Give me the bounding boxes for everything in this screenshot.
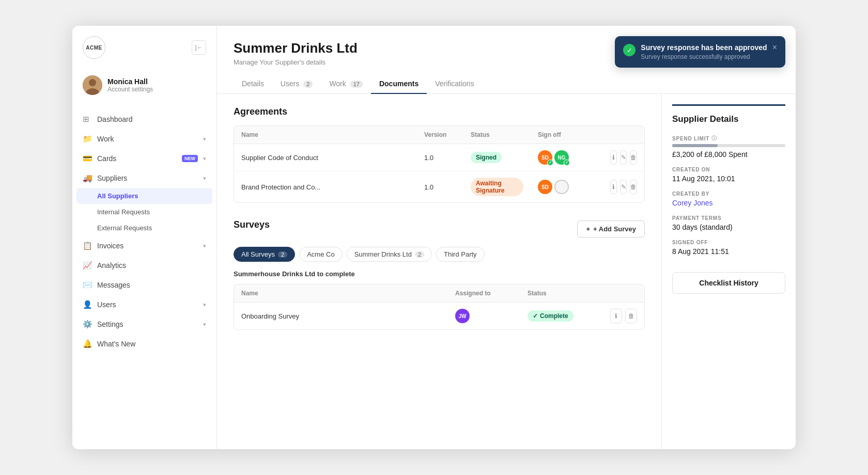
messages-icon: ✉️ bbox=[83, 280, 92, 290]
survey-col-assigned: Assigned to bbox=[448, 284, 520, 302]
created-by-value[interactable]: Corey Jones bbox=[672, 199, 785, 207]
filter-tab-acme-co[interactable]: Acme Co bbox=[299, 247, 342, 262]
sidebar-item-work[interactable]: 📁 Work ▾ bbox=[72, 129, 216, 149]
sidebar-item-cards[interactable]: 💳 Cards NEW ▾ bbox=[72, 149, 216, 168]
agreement-signoff: SD bbox=[531, 173, 603, 200]
toast-close-button[interactable]: × bbox=[772, 43, 777, 52]
content-body: Agreements Name Version Status Sign off … bbox=[217, 94, 796, 449]
dashboard-icon: ⊞ bbox=[83, 115, 92, 124]
info-button[interactable]: ℹ bbox=[610, 309, 622, 323]
user-account-settings: Account settings bbox=[107, 86, 153, 93]
edit-button[interactable]: ✎ bbox=[620, 150, 627, 165]
sidebar-item-label: What's New bbox=[97, 340, 206, 348]
check-icon: ✓ bbox=[564, 160, 570, 166]
surveys-subsection-title: Summerhouse Drinks Ltd to complete bbox=[234, 270, 645, 278]
info-button[interactable]: ℹ bbox=[610, 150, 617, 165]
sidebar-item-suppliers[interactable]: 🚚 Suppliers ▾ bbox=[72, 168, 216, 188]
chevron-down-icon: ▾ bbox=[203, 175, 206, 182]
table-actions: ℹ ✎ 🗑 bbox=[610, 180, 637, 194]
sidebar-item-analytics[interactable]: 📈 Analytics bbox=[72, 256, 216, 275]
tab-work[interactable]: Work 17 bbox=[321, 74, 371, 94]
created-by-label: CREATED BY bbox=[672, 191, 785, 197]
tab-verifications[interactable]: Verifications bbox=[427, 74, 482, 94]
check-icon: ✓ bbox=[547, 160, 553, 166]
survey-actions: ℹ 🗑 bbox=[603, 303, 644, 329]
new-badge: NEW bbox=[182, 155, 198, 162]
sidebar-item-label: Settings bbox=[97, 320, 198, 328]
tab-list: Details Users 2 Work 17 Documents Verifi… bbox=[234, 74, 779, 94]
info-button[interactable]: ℹ bbox=[610, 180, 617, 194]
sidebar-item-invoices[interactable]: 📋 Invoices ▾ bbox=[72, 236, 216, 256]
invoices-icon: 📋 bbox=[83, 241, 92, 250]
signed-off-row: SIGNED OFF 8 Aug 2021 11:51 bbox=[672, 240, 785, 256]
checklist-history-button[interactable]: Checklist History bbox=[672, 272, 785, 294]
sidebar-item-label: Dashboard bbox=[97, 115, 206, 123]
details-panel-header: Supplier Details bbox=[672, 104, 785, 124]
table-actions: ℹ 🗑 bbox=[610, 309, 637, 323]
sidebar-item-label: Invoices bbox=[97, 242, 198, 250]
status-badge: Awaiting Signature bbox=[471, 178, 523, 196]
filter-tab-summer-drinks[interactable]: Summer Drinks Ltd 2 bbox=[347, 247, 432, 262]
spend-limit-row: SPEND LIMIT ⓘ £3,200 of £8,000 Spent bbox=[672, 135, 785, 159]
survey-filter-tabs: All Surveys 2 Acme Co Summer Drinks Ltd … bbox=[234, 247, 645, 262]
collapse-btn[interactable]: |← bbox=[192, 40, 206, 55]
delete-button[interactable]: 🗑 bbox=[625, 309, 637, 323]
toast-success-icon: ✓ bbox=[623, 44, 636, 56]
payment-terms-row: PAYMENT TERMS 30 days (standard) bbox=[672, 215, 785, 231]
toast-content: Survey response has been approved Survey… bbox=[641, 43, 767, 60]
suppliers-icon: 🚚 bbox=[83, 173, 92, 183]
delete-button[interactable]: 🗑 bbox=[630, 180, 637, 194]
add-survey-button[interactable]: + + Add Survey bbox=[577, 220, 645, 237]
agreement-status: Awaiting Signature bbox=[463, 171, 531, 202]
agreement-name: Supplier Code of Conduct bbox=[234, 148, 417, 168]
created-on-label: CREATED ON bbox=[672, 167, 785, 172]
signoff-pending bbox=[554, 180, 569, 194]
tab-details[interactable]: Details bbox=[234, 74, 272, 94]
sidebar-item-messages[interactable]: ✉️ Messages bbox=[72, 275, 216, 295]
col-signoff: Sign off bbox=[531, 126, 603, 144]
filter-tab-all-surveys[interactable]: All Surveys 2 bbox=[234, 247, 295, 262]
sidebar-item-whats-new[interactable]: 🔔 What's New bbox=[72, 334, 216, 354]
table-row: Onboarding Survey JW ✓ Complete ℹ bbox=[234, 303, 644, 329]
sidebar-item-all-suppliers[interactable]: All Suppliers bbox=[76, 188, 212, 204]
toast-title: Survey response has been approved bbox=[641, 43, 767, 52]
work-tab-badge: 17 bbox=[350, 81, 363, 88]
analytics-icon: 📈 bbox=[83, 261, 92, 270]
created-on-value: 11 Aug 2021, 10:01 bbox=[672, 175, 785, 183]
agreement-version: 1.0 bbox=[417, 177, 463, 197]
survey-name: Onboarding Survey bbox=[234, 306, 448, 326]
sidebar-item-users[interactable]: 👤 Users ▾ bbox=[72, 295, 216, 314]
user-name: Monica Hall bbox=[107, 77, 153, 86]
filter-count: 2 bbox=[278, 251, 287, 258]
surveys-title: Surveys bbox=[234, 219, 270, 230]
signed-off-label: SIGNED OFF bbox=[672, 240, 785, 245]
sidebar-item-internal-requests[interactable]: Internal Requests bbox=[72, 204, 216, 220]
signoff-avatar-ng: NG ✓ bbox=[554, 150, 569, 165]
col-actions bbox=[603, 126, 644, 144]
signoff-area: SD ✓ NG ✓ bbox=[538, 150, 596, 165]
sidebar-item-settings[interactable]: ⚙️ Settings ▾ bbox=[72, 314, 216, 334]
sidebar-item-label: Users bbox=[97, 300, 198, 309]
sidebar-item-dashboard[interactable]: ⊞ Dashboard bbox=[72, 109, 216, 129]
sidebar-item-label: Suppliers bbox=[97, 174, 198, 182]
table-actions: ℹ ✎ 🗑 bbox=[610, 150, 637, 165]
edit-button[interactable]: ✎ bbox=[620, 180, 627, 194]
agreements-table-header: Name Version Status Sign off bbox=[234, 126, 644, 144]
user-section[interactable]: Monica Hall Account settings bbox=[72, 69, 216, 101]
whats-new-icon: 🔔 bbox=[83, 339, 92, 349]
survey-col-status: Status bbox=[520, 284, 603, 302]
survey-col-name: Name bbox=[234, 284, 448, 302]
status-badge: ✓ Complete bbox=[528, 310, 574, 322]
spend-bar-bg bbox=[672, 144, 785, 147]
survey-col-actions bbox=[603, 284, 644, 302]
main-content: Summer Drinks Ltd Manage Your Supplier's… bbox=[217, 26, 796, 449]
tab-users[interactable]: Users 2 bbox=[272, 74, 321, 94]
payment-terms-label: PAYMENT TERMS bbox=[672, 215, 785, 221]
cards-icon: 💳 bbox=[83, 154, 92, 163]
delete-button[interactable]: 🗑 bbox=[630, 150, 637, 165]
tab-documents[interactable]: Documents bbox=[371, 74, 427, 94]
sidebar-item-external-requests[interactable]: External Requests bbox=[72, 220, 216, 236]
filter-tab-third-party[interactable]: Third Party bbox=[436, 247, 485, 262]
col-version: Version bbox=[417, 126, 463, 144]
signed-off-value: 8 Aug 2021 11:51 bbox=[672, 247, 785, 256]
